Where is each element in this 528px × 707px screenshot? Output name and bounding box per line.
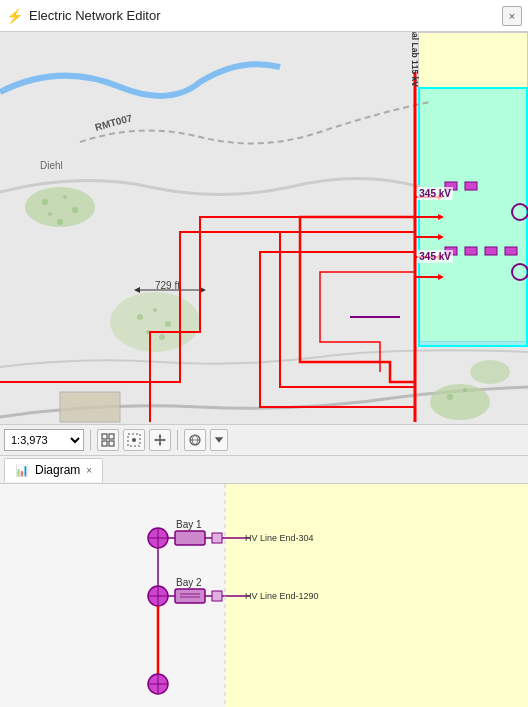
tab-bar: 📊 Diagram ×: [0, 456, 528, 484]
svg-rect-67: [212, 591, 222, 601]
svg-text:HV Line End-1290: HV Line End-1290: [245, 591, 319, 601]
svg-point-1: [110, 292, 200, 352]
svg-text:Bay 1: Bay 1: [176, 519, 202, 530]
svg-rect-42: [109, 441, 114, 446]
svg-point-11: [165, 321, 171, 327]
svg-marker-47: [154, 439, 157, 442]
svg-point-3: [470, 360, 510, 384]
app-icon: ⚡: [6, 8, 23, 24]
separator-2: [177, 430, 178, 450]
svg-marker-51: [215, 437, 223, 443]
svg-marker-48: [164, 439, 167, 442]
svg-rect-41: [102, 441, 107, 446]
svg-marker-46: [159, 444, 162, 447]
svg-rect-39: [102, 434, 107, 439]
svg-point-8: [57, 219, 63, 225]
svg-marker-30: [438, 274, 444, 280]
svg-marker-45: [159, 434, 162, 437]
svg-point-38: [512, 264, 528, 280]
svg-rect-64: [175, 589, 205, 603]
diagram-svg: Bay 1 Bay 2 HV Line End-304 HV Line End-…: [0, 484, 528, 707]
svg-point-4: [42, 199, 48, 205]
diagram-icon: 📊: [15, 464, 29, 477]
svg-point-44: [132, 438, 136, 442]
pan-button[interactable]: [149, 429, 171, 451]
svg-point-37: [512, 204, 528, 220]
svg-rect-56: [212, 533, 222, 543]
svg-point-9: [137, 314, 143, 320]
svg-marker-27: [438, 214, 444, 220]
svg-point-6: [72, 207, 78, 213]
svg-point-2: [430, 384, 490, 420]
svg-point-14: [447, 394, 453, 400]
svg-rect-34: [465, 247, 477, 255]
scale-select[interactable]: 1:3,973: [4, 429, 84, 451]
dropdown-button[interactable]: [210, 429, 228, 451]
window-title: Electric Network Editor: [29, 8, 496, 23]
snap-button[interactable]: [123, 429, 145, 451]
svg-marker-28: [438, 234, 444, 240]
svg-point-13: [159, 334, 165, 340]
svg-point-5: [63, 195, 67, 199]
svg-rect-32: [465, 182, 477, 190]
kv345a-label: 345 kV: [417, 187, 453, 200]
map-area: RMT007 Diehl Aurora Branch 729 ft 345 kV…: [0, 32, 528, 424]
svg-text:Bay 2: Bay 2: [176, 577, 202, 588]
svg-rect-16: [60, 392, 120, 422]
svg-rect-35: [485, 247, 497, 255]
svg-point-7: [48, 212, 52, 216]
svg-text:HV Line End-304: HV Line End-304: [245, 533, 314, 543]
tab-close-button[interactable]: ×: [86, 465, 92, 476]
svg-marker-18: [134, 287, 140, 293]
map-svg: [0, 32, 528, 424]
network-button[interactable]: [184, 429, 206, 451]
title-bar: ⚡ Electric Network Editor ×: [0, 0, 528, 32]
toolbar: 1:3,973: [0, 424, 528, 456]
grid-button[interactable]: [97, 429, 119, 451]
svg-rect-36: [505, 247, 517, 255]
substation-label: Femmi National Lab 115 kV: [410, 32, 420, 87]
separator-1: [90, 430, 91, 450]
svg-rect-55: [175, 531, 205, 545]
svg-point-15: [463, 388, 467, 392]
tab-diagram[interactable]: 📊 Diagram ×: [4, 458, 103, 482]
svg-point-10: [153, 308, 157, 312]
close-button[interactable]: ×: [502, 6, 522, 26]
tab-diagram-label: Diagram: [35, 463, 80, 477]
svg-rect-40: [109, 434, 114, 439]
diagram-area: Bay 1 Bay 2 HV Line End-304 HV Line End-…: [0, 484, 528, 707]
kv345b-label: 345 kV: [417, 250, 453, 263]
